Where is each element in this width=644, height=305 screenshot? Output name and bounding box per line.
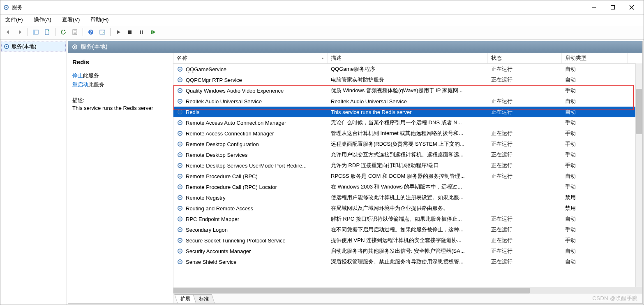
service-row[interactable]: RedisThis service runs the Redis server正… (173, 107, 642, 117)
gear-icon (177, 151, 183, 158)
service-row[interactable]: Routing and Remote Access在局域网以及广域网环境中为企业… (173, 203, 642, 214)
back-button[interactable] (3, 27, 14, 37)
restart-service-link[interactable]: 重启动 (72, 81, 88, 88)
detail-pane: Redis 停止此服务 重启动此服务 描述: This service runs… (68, 53, 173, 303)
svg-point-29 (179, 90, 180, 91)
service-status: 正在运行 (488, 150, 562, 159)
service-status (488, 122, 562, 123)
svg-rect-3 (611, 6, 615, 9)
export-list-button[interactable] (42, 27, 53, 37)
service-desc: This service runs the Redis server (328, 108, 488, 116)
panel-header: 服务(本地) (68, 41, 642, 53)
list-rows[interactable]: QQGameServiceQQGame服务程序正在运行自动QQPCMgr RTP… (173, 64, 642, 287)
service-row[interactable]: Quality Windows Audio Video Experience优质… (173, 85, 642, 96)
service-status: 正在运行 (488, 257, 562, 266)
stop-service-button[interactable] (125, 27, 135, 37)
stop-service-link[interactable]: 停止 (72, 72, 83, 79)
service-row[interactable]: Security Accounts Manager启动此服务将向其他服务发出信号… (173, 246, 642, 256)
service-status: 正在运行 (488, 140, 562, 149)
service-row[interactable]: Remote Procedure Call (RPC)RPCSS 服务是 COM… (173, 171, 642, 182)
svg-point-55 (179, 229, 180, 230)
service-startup: 手动 (562, 140, 628, 149)
col-startup[interactable]: 启动类型 (562, 53, 628, 63)
pause-service-button[interactable] (136, 27, 147, 37)
service-startup: 自动 (562, 65, 628, 74)
start-service-button[interactable] (113, 27, 124, 37)
tab-standard[interactable]: 标准 (193, 294, 215, 303)
service-startup: 自动 (562, 247, 628, 256)
col-desc[interactable]: 描述 (328, 53, 488, 63)
gear-icon (177, 216, 183, 222)
service-row[interactable]: Sense Shield Service深盾授权管理服务。禁止此服务将导致使用深… (173, 256, 642, 267)
service-name: Remote Registry (186, 195, 226, 201)
menu-help[interactable]: 帮助(H) (89, 15, 110, 24)
service-desc: 使远程用户能修改此计算机上的注册表设置。如果此服... (328, 193, 488, 202)
svg-point-37 (179, 133, 180, 134)
horizontal-scrollbar[interactable] (173, 287, 642, 294)
service-name: Secondary Logon (186, 227, 228, 233)
forward-button[interactable] (14, 27, 25, 37)
service-row[interactable]: QQPCMgr RTP Service电脑管家实时防护服务正在运行自动 (173, 75, 642, 85)
tree-root-services-local[interactable]: 服务(本地) (1, 42, 66, 51)
svg-point-31 (179, 100, 180, 102)
service-list: 名称▴ 描述 状态 启动类型 QQGameServiceQQGame服务程序正在… (173, 53, 642, 303)
menu-file[interactable]: 文件(F) (4, 15, 25, 24)
scroll-thumb[interactable] (636, 89, 642, 134)
service-row[interactable]: QQGameServiceQQGame服务程序正在运行自动 (173, 64, 642, 75)
service-desc: 允许为 RDP 连接重定向打印机/驱动程序/端口 (328, 161, 488, 170)
service-name: Security Accounts Manager (186, 248, 251, 254)
svg-rect-7 (33, 30, 35, 34)
properties-button[interactable] (69, 27, 80, 37)
svg-rect-16 (128, 30, 132, 34)
service-row[interactable]: Secure Socket Tunneling Protocol Service… (173, 235, 642, 246)
desc-text: This service runs the Redis server (72, 105, 169, 111)
svg-text:?: ? (90, 30, 92, 35)
service-row[interactable]: Remote Access Auto Connection Manager无论什… (173, 117, 642, 128)
menubar: 文件(F) 操作(A) 查看(V) 帮助(H) (0, 15, 644, 25)
svg-rect-18 (142, 30, 143, 34)
minimize-button[interactable] (584, 1, 603, 14)
close-button[interactable] (622, 1, 641, 14)
service-row[interactable]: Remote Desktop Services允许用户以交互方式连接到远程计算机… (173, 149, 642, 160)
service-startup: 禁用 (562, 193, 628, 202)
service-row[interactable]: Remote Desktop Configuration远程桌面配置服务(RDC… (173, 139, 642, 149)
col-status[interactable]: 状态 (488, 53, 562, 63)
svg-point-53 (179, 218, 180, 219)
menu-action[interactable]: 操作(A) (32, 15, 53, 24)
service-row[interactable]: Remote Procedure Call (RPC) Locator在 Win… (173, 182, 642, 192)
service-row[interactable]: Remote Access Connection Manager管理从这台计算机… (173, 128, 642, 139)
service-row[interactable]: Secondary Logon在不同凭据下启用启动过程。如果此服务被停止，这种.… (173, 224, 642, 235)
col-name[interactable]: 名称▴ (173, 53, 328, 63)
restart-service-button[interactable] (148, 27, 158, 37)
service-name: Redis (186, 109, 199, 115)
service-row[interactable]: Realtek Audio Universal ServiceRealtek A… (173, 96, 642, 107)
service-name: Secure Socket Tunneling Protocol Service (186, 237, 286, 244)
service-row[interactable]: RPC Endpoint Mapper解析 RPC 接口标识符以传输端点。如果此… (173, 214, 642, 224)
titlebar: 服务 (0, 0, 644, 15)
service-startup: 自动 (562, 75, 628, 84)
service-name: QQGameService (186, 66, 226, 72)
service-row[interactable]: Remote Desktop Services UserMode Port Re… (173, 160, 642, 171)
svg-point-39 (179, 143, 180, 144)
gear-icon (177, 66, 183, 72)
show-hide-tree-button[interactable] (30, 27, 41, 37)
svg-point-23 (74, 46, 75, 47)
gear-icon (177, 194, 183, 201)
service-name: Remote Desktop Services (186, 152, 247, 158)
toggle-console-button[interactable] (97, 27, 108, 37)
refresh-button[interactable] (58, 27, 69, 37)
vertical-scrollbar[interactable] (635, 63, 642, 288)
scroll-thumb[interactable] (173, 288, 530, 293)
service-row[interactable]: Remote Registry使远程用户能修改此计算机上的注册表设置。如果此服.… (173, 192, 642, 203)
service-startup: 自动 (562, 97, 628, 106)
menu-view[interactable]: 查看(V) (60, 15, 81, 24)
svg-point-25 (179, 68, 180, 70)
maximize-button[interactable] (603, 1, 622, 14)
help-button[interactable]: ? (85, 27, 96, 37)
service-startup: 自动 (562, 107, 628, 116)
service-status: 正在运行 (488, 97, 562, 106)
window-title: 服务 (12, 4, 23, 11)
tree-root-label: 服务(本地) (12, 43, 37, 50)
service-startup: 手动 (562, 118, 628, 127)
gear-icon (177, 98, 183, 105)
